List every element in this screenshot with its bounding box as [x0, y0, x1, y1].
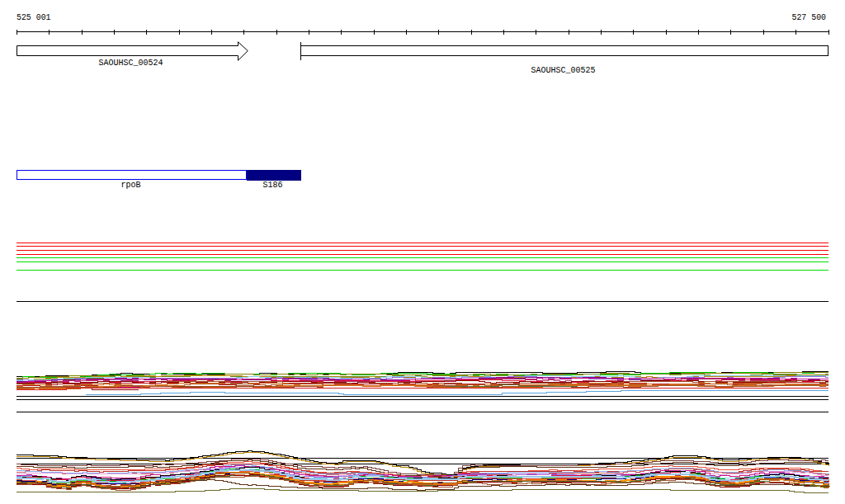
svg-text:525 001: 525 001 [17, 12, 51, 22]
svg-text:SAOUHSC_00524: SAOUHSC_00524 [99, 57, 163, 68]
svg-text:rpoB: rpoB [121, 179, 141, 190]
svg-text:527 500: 527 500 [792, 12, 827, 22]
svg-text:SAOUHSC_00525: SAOUHSC_00525 [531, 64, 596, 75]
svg-text:S186: S186 [263, 179, 283, 190]
